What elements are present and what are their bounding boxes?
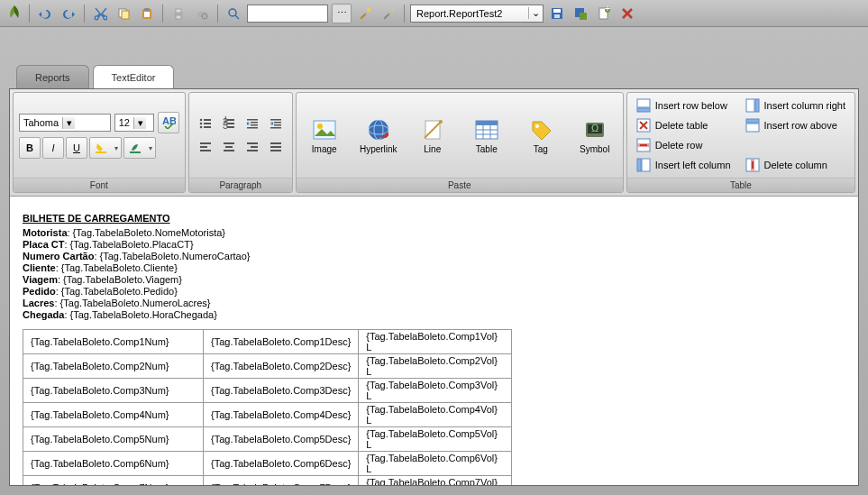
svg-point-13 [367,8,370,12]
align-right-button[interactable] [242,136,263,158]
field-label: Placa CT [23,239,64,250]
print-preview-button[interactable] [192,4,212,23]
indent-button[interactable] [265,113,287,134]
zoom-button[interactable] [224,4,243,23]
outdent-button[interactable] [242,113,263,134]
align-center-button[interactable] [218,136,240,158]
tag-icon [528,117,553,142]
copy-button[interactable] [114,4,133,23]
insert-row-above-button[interactable]: Insert row above [742,116,849,134]
delete-column-button[interactable]: Delete column [742,156,849,174]
field-label: Lacres [23,298,54,308]
row-below-icon [636,98,651,113]
options-button[interactable]: ⋯ [332,4,352,23]
doc-field: Motorista: {Tag.TabelaBoleto.NomeMotoris… [23,227,845,238]
tab-reports[interactable]: Reports [16,65,89,88]
table-cell: {Tag.TabelaBoleto.Comp5Num} [23,427,204,452]
delete-table-button[interactable]: Delete table [633,116,735,134]
insert-hyperlink-button[interactable]: Hyperlink [356,110,401,160]
svg-rect-77 [637,108,650,112]
table-cell: {Tag.TabelaBoleto.Comp1Num} [23,330,204,354]
delete-button[interactable] [617,4,637,23]
new-button[interactable]: + [594,4,614,23]
report-selector[interactable]: Report.ReportTest2 ⌄ [410,5,544,23]
group-title: Paste [297,178,623,192]
app-logo-icon [5,4,23,23]
svg-rect-24 [96,151,106,153]
table-cell: {Tag.TabelaBoleto.Comp6Desc} [204,452,359,476]
save-button[interactable] [547,4,567,23]
table-row: {Tag.TabelaBoleto.Comp2Num}{Tag.TabelaBo… [23,354,512,379]
insert-table-button[interactable]: Table [464,110,509,160]
doc-field: Placa CT: {Tag.TabelaBoleto.PlacaCT} [23,239,845,250]
svg-rect-40 [251,124,258,126]
line-icon [420,117,445,142]
svg-rect-29 [204,123,211,124]
font-family-combo[interactable]: Tahoma ▾ [19,114,111,132]
table-cell: {Tag.TabelaBoleto.Comp1Vol} L [359,330,512,354]
insert-left-column-button[interactable]: Insert left column [633,156,735,174]
label: Delete column [764,160,827,170]
svg-rect-54 [247,150,258,151]
underline-button[interactable]: U [66,137,87,159]
insert-symbol-button[interactable]: Ω Symbol [572,110,617,160]
field-label: Motorista [23,227,68,238]
svg-rect-78 [746,99,754,112]
insert-tag-button[interactable]: Tag [518,110,563,160]
highlight-color-button[interactable] [89,137,122,159]
delete-row-button[interactable]: Delete row [633,136,735,154]
table-row: {Tag.TabelaBoleto.Comp7Num}{Tag.TabelaBo… [23,476,512,486]
bold-button[interactable]: B [19,137,41,159]
redo-button[interactable] [59,4,78,23]
chevron-down-icon: ▾ [133,117,146,129]
svg-rect-48 [200,150,211,151]
table-row: {Tag.TabelaBoleto.Comp5Num}{Tag.TabelaBo… [23,427,512,452]
wand1-button[interactable] [355,4,375,23]
tab-strip: Reports TextEditor [0,63,868,88]
editor-workspace: Tahoma ▾ 12 ▾ ABC B I U [9,88,859,486]
table-cell: {Tag.TabelaBoleto.Comp2Vol} L [359,354,512,379]
print-button[interactable] [169,4,188,23]
label: Delete table [655,120,708,131]
insert-image-button[interactable]: Image [302,110,347,160]
label: Insert row above [764,120,837,131]
font-family-value: Tahoma [20,117,62,128]
delete-row-icon [636,138,651,152]
table-cell: {Tag.TabelaBoleto.Comp1Desc} [204,330,359,354]
align-left-button[interactable] [195,136,216,158]
tab-texteditor[interactable]: TextEditor [93,65,175,88]
insert-column-right-button[interactable]: Insert column right [742,96,849,115]
insert-line-button[interactable]: Line [410,110,455,160]
table-cell: {Tag.TabelaBoleto.Comp7Num} [23,476,204,486]
align-justify-button[interactable] [265,136,287,158]
document-canvas[interactable]: BILHETE DE CARREGAMENTO Motorista: {Tag.… [10,197,858,485]
font-color-button[interactable] [123,137,156,159]
wand2-button[interactable] [379,4,398,23]
svg-text:3: 3 [223,120,228,131]
label: Line [424,144,441,154]
undo-button[interactable] [35,4,55,23]
delete-col-icon [745,158,760,172]
italic-button[interactable]: I [42,137,64,159]
paste-button[interactable] [137,4,157,23]
label: Symbol [580,144,609,154]
save-as-button[interactable] [571,4,590,23]
field-label: Numero Cartão [23,251,94,261]
table-cell: {Tag.TabelaBoleto.Comp6Vol} L [359,452,512,476]
numbering-button[interactable]: 123 [218,113,240,134]
ribbon-group-font: Tahoma ▾ 12 ▾ ABC B I U [13,92,186,193]
search-input[interactable] [247,5,328,23]
bullets-button[interactable] [195,113,216,134]
label: Hyperlink [360,144,397,154]
table-cell: {Tag.TabelaBoleto.Comp3Desc} [204,379,359,403]
font-size-combo[interactable]: 12 ▾ [114,114,154,132]
cut-button[interactable] [90,4,110,23]
row-above-icon [745,118,760,133]
col-left-icon [636,158,651,172]
svg-rect-57 [270,150,281,151]
table-row: {Tag.TabelaBoleto.Comp4Num}{Tag.TabelaBo… [23,403,512,427]
spellcheck-button[interactable]: ABC [158,112,179,133]
insert-row-below-button[interactable]: Insert row below [633,96,735,115]
svg-rect-44 [274,124,281,126]
field-value: : {Tag.TabelaBoleto.HoraChegada} [64,309,216,320]
